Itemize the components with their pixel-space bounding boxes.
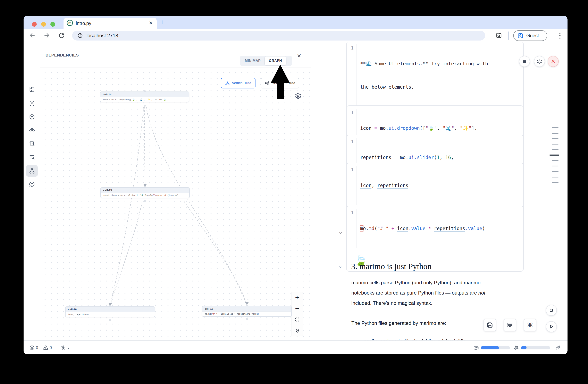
dependencies-header: DEPENDENCIES MINIMAP GRAPH ✕ [40,42,311,68]
code-line[interactable]: the below elements. [360,83,488,91]
autorun-toggle[interactable]: ⌄ [61,341,70,354]
errors-count: 0 [36,345,38,350]
forward-icon[interactable] [43,32,50,39]
warnings-icon [43,345,48,350]
graph-node-cell-15[interactable]: cell-15 repetitions = mo.ui.slider(1, 16… [100,187,190,198]
node-code: repetitions = mo.ui.slider(1, 16, label=… [101,193,189,198]
fit-view-button[interactable] [292,314,303,325]
dependencies-title: DEPENDENCIES [45,53,79,58]
collapse-output-icon[interactable]: ⌄ [338,228,343,235]
graph-node-cell-17[interactable]: cell-17 mo.md("# " + icon.value * repeti… [202,306,292,317]
search-tabs-icon[interactable] [496,32,502,39]
minimap-mark-current[interactable] [549,154,559,155]
minimap-mark[interactable] [552,127,559,128]
code-editor[interactable]: 1 icon, repetitions [347,163,523,208]
ai-assist-button[interactable] [555,341,561,354]
ai-assistant-icon[interactable] [26,125,38,136]
help-icon[interactable] [26,178,38,190]
save-button[interactable] [483,319,496,331]
tab-minimap[interactable]: MINIMAP [241,57,265,65]
cpu-bar [521,346,550,349]
minimap-mark[interactable] [552,149,559,150]
markdown-editor[interactable]: 1 **🌊 Some UI elements.** Try interactin… [347,42,523,106]
minimap-mark[interactable] [552,171,559,172]
node-title: cell-17 [202,306,291,311]
vertical-tree-button[interactable]: Vertical Tree [221,78,255,88]
chevron-down-icon: ⌄ [67,346,70,350]
errors-icon [29,345,35,350]
tab-title: intro.py [76,21,91,26]
minimap-mark[interactable] [552,177,559,177]
traffic-light-minimize[interactable] [41,22,46,27]
traffic-light-zoom[interactable] [50,22,55,27]
node-code: icon, repetitions [65,312,155,317]
minimap-mark[interactable] [552,160,559,161]
close-icon: ✕ [551,58,555,65]
shutdown-button[interactable]: ✕ [548,56,559,67]
new-tab-button[interactable]: + [160,18,164,26]
traffic-light-close[interactable] [32,22,37,27]
horizontal-tree-button[interactable]: Horizontal Tree [261,78,299,88]
site-info-icon[interactable] [77,33,83,38]
sparkles-icon [555,345,561,350]
para-emphasis: not [478,290,485,296]
collapse-section-icon[interactable]: ⌄ [338,263,343,269]
url-bar[interactable]: localhost:2718 [72,31,485,40]
minimap-mark[interactable] [552,138,559,139]
code-line[interactable]: repetitions = mo.ui.slider(1, 16, [360,154,457,161]
dependencies-icon[interactable] [26,165,38,177]
notebook-settings-button[interactable] [534,56,545,67]
graph-settings-icon[interactable] [295,93,301,100]
dependencies-close-icon[interactable]: ✕ [297,53,301,59]
lightning-off-icon [61,345,66,350]
back-icon[interactable] [29,32,36,39]
packages-icon[interactable] [26,111,38,123]
minimap-mark[interactable] [552,182,559,183]
marimo-app: DEPENDENCIES MINIMAP GRAPH ✕ [23,42,567,340]
code-line[interactable]: mo.md("# " + icon.value * repetitions.va… [360,225,485,232]
code-line[interactable]: icon, repetitions [360,182,408,189]
minimap-mark[interactable] [552,166,559,166]
layout-grid-icon [507,322,513,328]
zoom-in-button[interactable]: + [292,292,303,303]
code-line[interactable]: icon = mo.ui.dropdown(["🍃", "🌊", "✨"], [360,124,477,132]
errors-indicator[interactable]: 0 [29,341,38,354]
code-line[interactable]: **🌊 Some UI elements.** Try interacting … [360,60,488,68]
browser-toolbar: localhost:2718 Guest [23,29,567,42]
toolbar-divider [508,32,509,40]
section-heading: 3. marimo is just Python [351,262,431,271]
warnings-indicator[interactable]: 0 [43,341,52,354]
profile-button[interactable]: Guest [513,30,547,41]
zoom-out-button[interactable]: − [292,303,303,314]
minimap-mark[interactable] [552,133,559,134]
variables-icon[interactable] [26,98,38,109]
browser-menu-icon[interactable] [558,31,562,40]
file-explorer-icon[interactable] [26,84,38,96]
tab-graph[interactable]: GRAPH [265,57,286,65]
notebook-menu-button[interactable]: ≡ [519,56,530,67]
minimap-mark[interactable] [552,144,559,145]
dependency-graph-canvas[interactable]: Vertical Tree Horizontal Tree cell-14 ic… [40,68,311,340]
para-line: included. There's no magical syntax. [351,300,432,306]
layout-button[interactable] [504,319,516,331]
snippets-search-icon[interactable] [26,152,38,163]
browser-tab[interactable]: m intro.py ✕ [63,18,157,29]
node-title: cell-15 [101,188,189,193]
browser-tab-strip: m intro.py ✕ + [23,16,567,29]
shortcuts-button[interactable]: ⌘ [524,319,536,331]
line-number: 1 [347,44,356,52]
graph-node-cell-16[interactable]: cell-16 icon, repetitions [65,307,155,317]
documentation-icon[interactable] [26,138,38,150]
line-number: 1 [347,166,356,174]
node-title: cell-16 [65,307,155,312]
run-button[interactable] [546,321,557,332]
section-paragraph-2: The Python files generated by marimo are… [351,318,446,328]
url-text[interactable]: localhost:2718 [86,33,118,38]
ram-bar-fill [481,346,499,349]
graph-node-cell-14[interactable]: cell-14 icon = mo.ui.dropdown(["🍃", "🌊",… [100,92,189,102]
tab-close-icon[interactable]: ✕ [148,20,154,26]
stop-button[interactable] [546,305,557,316]
code-editor[interactable]: 1 mo.md("# " + icon.value * repetitions.… [347,206,523,251]
reload-icon[interactable] [58,32,65,39]
center-view-button[interactable] [292,325,303,336]
